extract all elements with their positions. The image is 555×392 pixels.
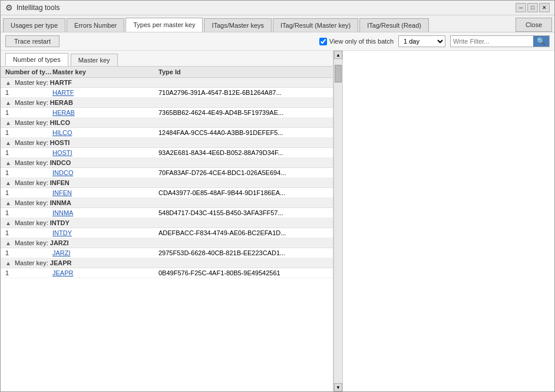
left-panel: Number of types Master key Number of typ… [1,51,333,391]
cell-num-jarzi: 1 [5,249,52,256]
cell-num-hosti: 1 [5,149,52,156]
cell-type-herab: 7365BB62-4624-4E49-AD4B-5F19739AE... [158,109,328,116]
tab-bar: Usages per type Errors Number Types per … [1,15,554,32]
cell-num-hilco: 1 [5,129,52,136]
table-header: Number of types Master key Type Id [1,67,333,78]
group-label-hosti: Master key: HOSTI [15,139,70,146]
group-label-jeapr: Master key: JEAPR [15,259,72,266]
data-row-indco-1: 1 INDCO 70FA83AF-D726-4CE4-BDC1-026A5E69… [1,168,333,178]
cell-master-jarzi[interactable]: JARZI [52,249,158,256]
group-row-hosti[interactable]: ▲ Master key: HOSTI [1,138,333,148]
data-row-jeapr-1: 1 JEAPR 0B49F576-F25C-4AF1-80B5-9E495425… [1,268,333,278]
scroll-up-arrow[interactable]: ▲ [334,51,342,59]
table-body: ▲ Master key: HARTF 1 HARTF 710A2796-391… [1,78,333,391]
close-tab-button[interactable]: Close [516,18,552,32]
cell-master-innma[interactable]: INNMA [52,209,158,216]
tab-errors-number[interactable]: Errors Number [67,18,124,32]
group-row-jarzi[interactable]: ▲ Master key: JARZI [1,238,333,248]
close-window-button[interactable]: ✕ [539,3,550,12]
minimize-button[interactable]: ─ [516,3,526,12]
cell-master-indco[interactable]: INDCO [52,169,158,176]
day-select[interactable]: 1 day 7 days 30 days All [398,35,445,47]
cell-type-infen: CDA43977-0E85-48AF-9B44-9D1F186EA... [158,189,328,196]
data-row-herab-1: 1 HERAB 7365BB62-4624-4E49-AD4B-5F19739A… [1,108,333,118]
group-row-hilco[interactable]: ▲ Master key: HILCO [1,118,333,128]
cell-type-jeapr: 0B49F576-F25C-4AF1-80B5-9E49542561 [158,269,328,276]
collapse-icon-infen: ▲ [5,180,11,186]
cell-type-indco: 70FA83AF-D726-4CE4-BDC1-026A5E694... [158,169,328,176]
collapse-icon-jarzi: ▲ [5,240,11,246]
filter-input[interactable] [451,37,533,46]
collapse-icon-hartf: ▲ [5,80,11,86]
group-label-indco: Master key: INDCO [15,159,71,166]
cell-master-infen[interactable]: INFEN [52,189,158,196]
group-row-innma[interactable]: ▲ Master key: INNMA [1,198,333,208]
group-row-indco[interactable]: ▲ Master key: INDCO [1,158,333,168]
content-area: Number of types Master key Number of typ… [1,51,554,391]
cell-master-jeapr[interactable]: JEAPR [52,269,158,276]
cell-num-hartf: 1 [5,89,52,96]
cell-master-intdy[interactable]: INTDY [52,229,158,236]
col-header-number-of-types: Number of types [5,68,52,75]
col-header-type-id: Type Id [158,68,328,75]
cell-type-hilco: 12484FAA-9CC5-44A0-A3BB-91DEFEF5... [158,129,328,136]
cell-num-jeapr: 1 [5,269,52,276]
filter-input-wrap: 🔍 [450,35,550,47]
data-row-innma-1: 1 INNMA 548D4717-D43C-4155-B450-3AFA3FF5… [1,208,333,218]
cell-num-innma: 1 [5,209,52,216]
window-title: Intellitag tools [16,4,60,12]
scroll-down-arrow[interactable]: ▼ [334,383,342,391]
view-only-batch-checkbox[interactable] [319,38,327,45]
tab-itag-result-read[interactable]: ITag/Result (Read) [359,18,429,32]
group-label-infen: Master key: INFEN [15,179,70,186]
data-row-hartf-1: 1 HARTF 710A2796-391A-4547-B12E-6B1264A8… [1,88,333,98]
toolbar: Trace restart View only of this batch 1 … [1,32,554,51]
group-label-jarzi: Master key: JARZI [15,239,69,246]
group-label-innma: Master key: INNMA [15,199,71,206]
tab-usages-per-type[interactable]: Usages per type [3,18,65,32]
trace-restart-button[interactable]: Trace restart [5,35,60,47]
group-row-hartf[interactable]: ▲ Master key: HARTF [1,78,333,88]
title-bar: ⚙ Intellitag tools ─ □ ✕ [1,1,554,15]
group-row-intdy[interactable]: ▲ Master key: INTDY [1,218,333,228]
scrollbar-thumb[interactable] [335,65,342,83]
group-label-intdy: Master key: INTDY [15,219,70,226]
cell-master-herab[interactable]: HERAB [52,109,158,116]
view-only-batch-label[interactable]: View only of this batch [319,38,394,45]
tab-itags-master-keys[interactable]: ITags/Master keys [204,18,272,32]
cell-num-herab: 1 [5,109,52,116]
group-row-infen[interactable]: ▲ Master key: INFEN [1,178,333,188]
data-row-hilco-1: 1 HILCO 12484FAA-9CC5-44A0-A3BB-91DEFEF5… [1,128,333,138]
data-row-hosti-1: 1 HOSTI 93A2E681-8A34-4E6D-B052-88A79D34… [1,148,333,158]
col-tab-master-key[interactable]: Master key [71,54,118,66]
maximize-button[interactable]: □ [527,3,538,12]
cell-master-hartf[interactable]: HARTF [52,89,158,96]
group-row-herab[interactable]: ▲ Master key: HERAB [1,98,333,108]
col-header-master-key: Master key [52,68,158,75]
column-chooser-row: Number of types Master key [1,51,333,67]
main-window: ⚙ Intellitag tools ─ □ ✕ Usages per type… [0,0,555,392]
view-only-batch-text: View only of this batch [329,38,394,45]
app-icon: ⚙ [5,3,13,12]
cell-num-intdy: 1 [5,229,52,236]
cell-type-hartf: 710A2796-391A-4547-B12E-6B1264A87... [158,89,328,96]
group-label-hilco: Master key: HILCO [15,119,70,126]
group-row-jeapr[interactable]: ▲ Master key: JEAPR [1,258,333,268]
cell-type-innma: 548D4717-D43C-4155-B450-3AFA3FF57... [158,209,328,216]
cell-master-hosti[interactable]: HOSTI [52,149,158,156]
tab-types-per-master-key[interactable]: Types per master key [125,18,203,32]
collapse-icon-herab: ▲ [5,100,11,106]
cell-num-infen: 1 [5,189,52,196]
search-button[interactable]: 🔍 [533,36,549,47]
cell-type-hosti: 93A2E681-8A34-4E6D-B052-88A79D34F... [158,149,328,156]
group-label-hartf: Master key: HARTF [15,79,72,86]
col-tab-number-of-types[interactable]: Number of types [5,53,68,66]
vertical-scrollbar[interactable]: ▲ ▼ [333,51,343,391]
cell-master-hilco[interactable]: HILCO [52,129,158,136]
right-panel [343,51,554,391]
cell-type-intdy: ADEFBACC-F834-4749-AE06-BC2EFA1D... [158,229,328,236]
tab-itag-result-master[interactable]: ITag/Result (Master key) [273,18,358,32]
collapse-icon-jeapr: ▲ [5,260,11,266]
collapse-icon-intdy: ▲ [5,220,11,226]
scrollbar-track[interactable] [334,59,342,383]
